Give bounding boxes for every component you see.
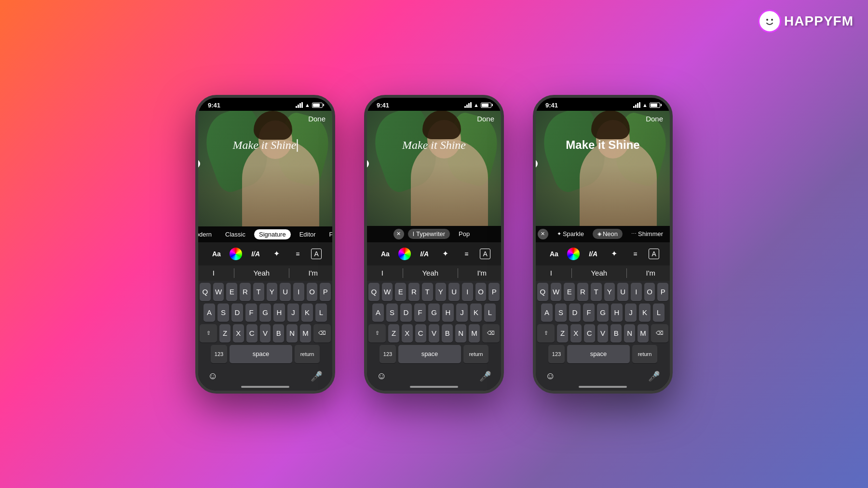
suggestion-yeah-2[interactable]: Yeah	[422, 269, 438, 277]
key-backspace-2[interactable]: ⌫	[482, 324, 500, 343]
key-v-3[interactable]: V	[597, 324, 609, 343]
italic-btn-1[interactable]: I/A	[248, 246, 263, 262]
key-b-3[interactable]: B	[610, 324, 622, 343]
key-i-3[interactable]: I	[631, 283, 642, 301]
key-123-3[interactable]: 123	[548, 345, 565, 363]
key-return-3[interactable]: return	[632, 345, 657, 363]
style-close-2[interactable]: ✕	[393, 229, 404, 239]
italic-btn-2[interactable]: I/A	[417, 246, 432, 262]
key-d-2[interactable]: D	[400, 303, 412, 322]
key-b-2[interactable]: B	[442, 324, 453, 343]
key-g-3[interactable]: G	[597, 303, 609, 322]
style-classic[interactable]: Classic	[220, 229, 250, 239]
key-f-2[interactable]: F	[414, 303, 426, 322]
key-e-3[interactable]: E	[564, 283, 575, 301]
font-size-btn-1[interactable]: Aa	[209, 246, 224, 262]
key-u[interactable]: U	[280, 283, 291, 301]
key-k-2[interactable]: K	[470, 303, 482, 322]
suggestion-i-3[interactable]: I	[550, 269, 552, 277]
key-g-2[interactable]: G	[428, 303, 440, 322]
key-a-2[interactable]: A	[372, 303, 384, 322]
done-button-2[interactable]: Done	[477, 115, 494, 123]
key-l-3[interactable]: L	[653, 303, 665, 322]
key-q-2[interactable]: Q	[368, 283, 380, 301]
key-e[interactable]: E	[226, 283, 237, 301]
key-r-3[interactable]: R	[577, 283, 588, 301]
key-123[interactable]: 123	[211, 345, 227, 363]
mic-btn-2[interactable]: 🎤	[479, 370, 491, 382]
key-t-3[interactable]: T	[591, 283, 602, 301]
key-backspace[interactable]: ⌫	[313, 324, 331, 343]
key-a-3[interactable]: A	[541, 303, 553, 322]
style-pos[interactable]: Pos	[325, 229, 332, 239]
key-l[interactable]: L	[315, 303, 327, 322]
key-y-3[interactable]: Y	[604, 283, 615, 301]
key-j-3[interactable]: J	[625, 303, 637, 322]
key-t-2[interactable]: T	[422, 283, 433, 301]
key-w-2[interactable]: W	[382, 283, 393, 301]
key-x-2[interactable]: X	[402, 324, 413, 343]
key-i-2[interactable]: I	[462, 283, 473, 301]
key-b[interactable]: B	[273, 324, 284, 343]
key-j-2[interactable]: J	[456, 303, 468, 322]
key-a[interactable]: A	[203, 303, 215, 322]
key-backspace-3[interactable]: ⌫	[651, 324, 668, 343]
suggestion-i-1[interactable]: I	[213, 269, 215, 277]
style-sparkle[interactable]: ✦Sparkle	[552, 229, 589, 239]
style-signature[interactable]: Signature	[254, 229, 291, 239]
mic-btn-1[interactable]: 🎤	[311, 370, 323, 382]
style-pop[interactable]: Pop	[454, 229, 475, 239]
key-123-2[interactable]: 123	[380, 345, 396, 363]
key-m-3[interactable]: M	[637, 324, 649, 343]
suggestion-im-1[interactable]: I'm	[309, 269, 318, 277]
key-u-3[interactable]: U	[617, 283, 628, 301]
key-s-3[interactable]: S	[555, 303, 567, 322]
style-modern[interactable]: Modern	[198, 229, 217, 239]
key-space-3[interactable]: space	[567, 345, 630, 363]
key-p-3[interactable]: P	[657, 283, 668, 301]
suggestion-im-3[interactable]: I'm	[646, 269, 656, 277]
font-size-btn-2[interactable]: Aa	[378, 246, 393, 262]
color-picker-btn-2[interactable]	[398, 248, 411, 260]
key-u-2[interactable]: U	[448, 283, 460, 301]
italic-btn-3[interactable]: I/A	[585, 246, 601, 262]
key-v-2[interactable]: V	[429, 324, 440, 343]
key-c-3[interactable]: C	[584, 324, 595, 343]
background-btn-1[interactable]: A	[311, 249, 322, 259]
key-space-2[interactable]: space	[398, 345, 461, 363]
effects-btn-3[interactable]: ✦	[607, 246, 622, 262]
key-shift-2[interactable]: ⇧	[368, 324, 386, 343]
emoji-btn-2[interactable]: ☺	[377, 370, 386, 382]
key-n-3[interactable]: N	[624, 324, 635, 343]
key-k[interactable]: K	[301, 303, 313, 322]
key-m[interactable]: M	[300, 324, 311, 343]
key-w[interactable]: W	[213, 283, 224, 301]
color-picker-btn-1[interactable]	[230, 248, 242, 260]
key-z[interactable]: Z	[219, 324, 231, 343]
style-editor[interactable]: Editor	[295, 229, 321, 239]
key-f-3[interactable]: F	[583, 303, 595, 322]
key-d-3[interactable]: D	[569, 303, 581, 322]
key-y[interactable]: Y	[267, 283, 278, 301]
style-shimmer[interactable]: ⋯Shimmer	[626, 229, 668, 239]
key-j[interactable]: J	[287, 303, 299, 322]
key-o-2[interactable]: O	[475, 283, 487, 301]
key-d[interactable]: D	[231, 303, 243, 322]
align-btn-3[interactable]: ≡	[627, 246, 643, 262]
style-typewriter[interactable]: I Typewriter	[408, 229, 450, 239]
key-shift[interactable]: ⇧	[200, 324, 217, 343]
key-x[interactable]: X	[233, 324, 244, 343]
key-q[interactable]: Q	[200, 283, 211, 301]
emoji-btn-3[interactable]: ☺	[545, 370, 555, 382]
key-c-2[interactable]: C	[415, 324, 426, 343]
key-q-3[interactable]: Q	[537, 283, 548, 301]
suggestion-im-2[interactable]: I'm	[477, 269, 487, 277]
key-space[interactable]: space	[230, 345, 292, 363]
key-x-3[interactable]: X	[570, 324, 582, 343]
key-v[interactable]: V	[260, 324, 271, 343]
key-shift-3[interactable]: ⇧	[537, 324, 555, 343]
suggestion-yeah-1[interactable]: Yeah	[253, 269, 270, 277]
font-size-btn-3[interactable]: Aa	[546, 246, 562, 262]
key-w-3[interactable]: W	[551, 283, 562, 301]
key-o-3[interactable]: O	[644, 283, 655, 301]
